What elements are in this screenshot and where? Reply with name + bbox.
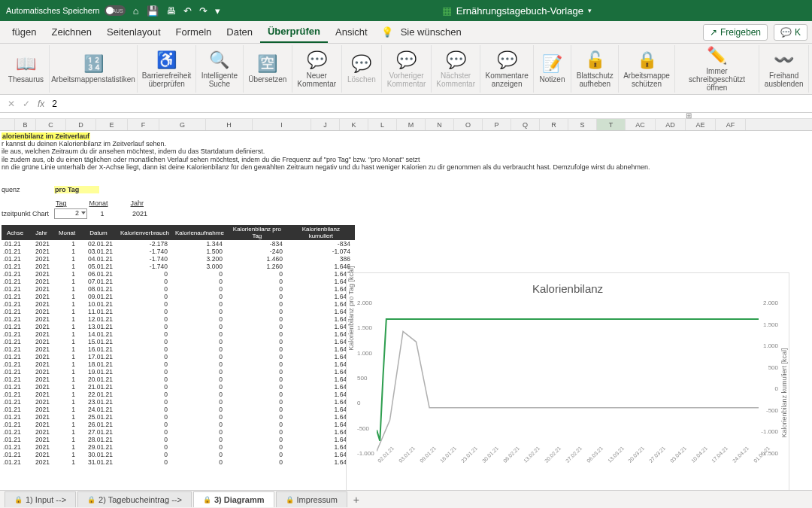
col-header-L[interactable]: L: [368, 119, 397, 130]
share-button[interactable]: ↗ Freigeben: [703, 24, 768, 41]
col-header-D[interactable]: D: [66, 119, 96, 130]
table-row[interactable]: .01.212021113.01.210001.646: [2, 323, 355, 330]
col-header-AE[interactable]: AE: [686, 119, 716, 130]
col-header-F[interactable]: F: [128, 119, 159, 130]
col-header-S[interactable]: S: [568, 119, 597, 130]
tell-me[interactable]: Sie wünschen: [393, 22, 469, 42]
ribbon-notizen[interactable]: 📝Notizen: [534, 45, 571, 93]
col-header-Q[interactable]: Q: [511, 119, 540, 130]
col-header-C[interactable]: C: [36, 119, 66, 130]
col-header-[interactable]: [0, 119, 15, 130]
ribbon-blattschutz[interactable]: 🔓Blattschutzaufheben: [571, 45, 619, 93]
ribbon-übersetzen[interactable]: 🈳Übersetzen: [244, 45, 292, 93]
col-header-H[interactable]: H: [206, 119, 253, 130]
ribbon-intelligente[interactable]: 🔍IntelligenteSuche: [196, 45, 244, 93]
col-header-B[interactable]: B: [15, 119, 36, 130]
table-row[interactable]: .01.212021124.01.210001.646: [2, 406, 355, 413]
table-row[interactable]: .01.212021116.01.210001.646: [2, 345, 355, 353]
table-row[interactable]: .01.212021102.01.21-2.1781.344-834-834: [2, 240, 355, 248]
chart[interactable]: Kalorienbilanz Kalorienbilanz pro Tag [k…: [346, 272, 789, 506]
tab-überprüfen[interactable]: Überprüfen: [260, 21, 328, 43]
formula-value[interactable]: 2: [52, 99, 57, 109]
autosave-toggle[interactable]: Automatisches Speichern AUS: [6, 5, 126, 16]
toggle-switch[interactable]: AUS: [105, 5, 126, 16]
col-header-R[interactable]: R: [540, 119, 568, 130]
freq-value[interactable]: pro Tag: [54, 186, 99, 193]
table-row[interactable]: .01.212021120.01.210001.646: [2, 376, 355, 383]
table-row[interactable]: .01.212021119.01.210001.646: [2, 368, 355, 376]
worksheet[interactable]: alorienbilanz im Zeitverlauf r kannst du…: [0, 131, 812, 466]
col-header-M[interactable]: M: [397, 119, 426, 130]
table-row[interactable]: .01.212021122.01.210001.646: [2, 391, 355, 398]
col-header-E[interactable]: E: [96, 119, 128, 130]
ribbon-arbeitsmappe[interactable]: 🔒Arbeitsmappeschützen: [619, 45, 674, 93]
table-row[interactable]: .01.212021114.01.210001.646: [2, 330, 355, 338]
col-header-T[interactable]: T: [597, 119, 626, 130]
col-header-K[interactable]: K: [340, 119, 368, 130]
monat-value[interactable]: 1: [87, 210, 117, 217]
table-row[interactable]: .01.212021118.01.210001.646: [2, 360, 355, 368]
table-row[interactable]: .01.212021126.01.210001.646: [2, 421, 355, 428]
col-header-O[interactable]: O: [454, 119, 483, 130]
table-row[interactable]: .01.212021130.01.210001.646: [2, 451, 355, 458]
confirm-icon[interactable]: ✓: [23, 99, 30, 109]
sheet-tab[interactable]: 🔒3) Diagramm: [193, 491, 274, 507]
table-row[interactable]: .01.212021109.01.210001.646: [2, 293, 355, 300]
table-row[interactable]: .01.212021123.01.210001.646: [2, 398, 355, 406]
table-row[interactable]: .01.212021128.01.210001.646: [2, 436, 355, 443]
col-header-G[interactable]: G: [159, 119, 206, 130]
cancel-icon[interactable]: ✕: [8, 99, 15, 109]
table-row[interactable]: .01.212021106.01.210001.646: [2, 270, 355, 278]
qat-dropdown-icon[interactable]: ▾: [215, 5, 220, 17]
table-row[interactable]: .01.212021129.01.210001.646: [2, 443, 355, 451]
ribbon-arbeitsmappenstatistiken[interactable]: 🔢Arbeitsmappenstatistiken: [50, 45, 138, 93]
ribbon-kommentare[interactable]: 💬Kommentareanzeigen: [480, 45, 533, 93]
col-header-AF[interactable]: AF: [716, 119, 746, 130]
sheet-tab[interactable]: 🔒2) Tagebucheintrag -->: [77, 491, 192, 507]
home-icon[interactable]: ⌂: [133, 5, 139, 17]
table-row[interactable]: .01.212021107.01.210001.646: [2, 278, 355, 285]
table-row[interactable]: .01.212021103.01.21-1.7401.500-240-1.074: [2, 248, 355, 255]
undo-icon[interactable]: ↶: [183, 5, 192, 17]
table-row[interactable]: .01.212021127.01.210001.646: [2, 428, 355, 436]
table-row[interactable]: .01.212021121.01.210001.646: [2, 383, 355, 391]
table-row[interactable]: .01.212021125.01.210001.646: [2, 413, 355, 421]
title-dropdown-icon[interactable]: ▾: [588, 7, 592, 14]
jahr-value[interactable]: 2021: [117, 210, 162, 217]
table-row[interactable]: .01.212021131.01.210001.646: [2, 458, 355, 466]
sheet-tab[interactable]: 🔒Impressum: [276, 491, 347, 507]
table-row[interactable]: .01.212021108.01.210001.646: [2, 285, 355, 293]
tab-formeln[interactable]: Formeln: [168, 22, 220, 42]
table-row[interactable]: .01.212021110.01.210001.646: [2, 300, 355, 308]
tab-zeichnen[interactable]: Zeichnen: [44, 22, 99, 42]
table-row[interactable]: .01.212021111.01.210001.646: [2, 308, 355, 315]
expand-icon[interactable]: ⊞: [686, 111, 692, 120]
add-sheet-button[interactable]: +: [349, 494, 364, 506]
tab-ansicht[interactable]: Ansicht: [328, 22, 375, 42]
table-row[interactable]: .01.212021112.01.210001.646: [2, 315, 355, 323]
save-icon[interactable]: 💾: [147, 5, 159, 17]
tab-daten[interactable]: Daten: [219, 22, 260, 42]
col-header-AC[interactable]: AC: [626, 119, 656, 130]
ribbon-barrierefreiheit[interactable]: ♿Barrierefreiheitüberprüfen: [138, 45, 196, 93]
print-icon[interactable]: 🖶: [166, 5, 176, 17]
ribbon-immer-schreibgeschützt[interactable]: ✏️Immer schreibgeschütztöffnen: [675, 45, 760, 93]
comments-button[interactable]: 💬 K: [774, 24, 807, 41]
tag-input[interactable]: 2: [54, 208, 87, 219]
ribbon-freihand[interactable]: 〰️Freihandausblenden: [759, 45, 809, 93]
table-row[interactable]: .01.212021104.01.21-1.7403.2001.460386: [2, 255, 355, 263]
col-header-P[interactable]: P: [483, 119, 511, 130]
fx-button[interactable]: fx: [38, 99, 44, 109]
redo-icon[interactable]: ↷: [199, 5, 208, 17]
ribbon-thesaurus[interactable]: 📖Thesaurus: [3, 45, 50, 93]
sheet-tab[interactable]: 🔒1) Input -->: [5, 491, 76, 507]
col-header-I[interactable]: I: [253, 119, 311, 130]
col-header-J[interactable]: J: [311, 119, 340, 130]
col-header-N[interactable]: N: [426, 119, 454, 130]
col-header-AD[interactable]: AD: [656, 119, 686, 130]
tab-fügen[interactable]: fügen: [5, 22, 44, 42]
tab-seitenlayout[interactable]: Seitenlayout: [99, 22, 168, 42]
table-row[interactable]: .01.212021117.01.210001.646: [2, 353, 355, 360]
ribbon-neuer[interactable]: 💬NeuerKommentar: [292, 45, 342, 93]
table-row[interactable]: .01.212021115.01.210001.646: [2, 338, 355, 345]
